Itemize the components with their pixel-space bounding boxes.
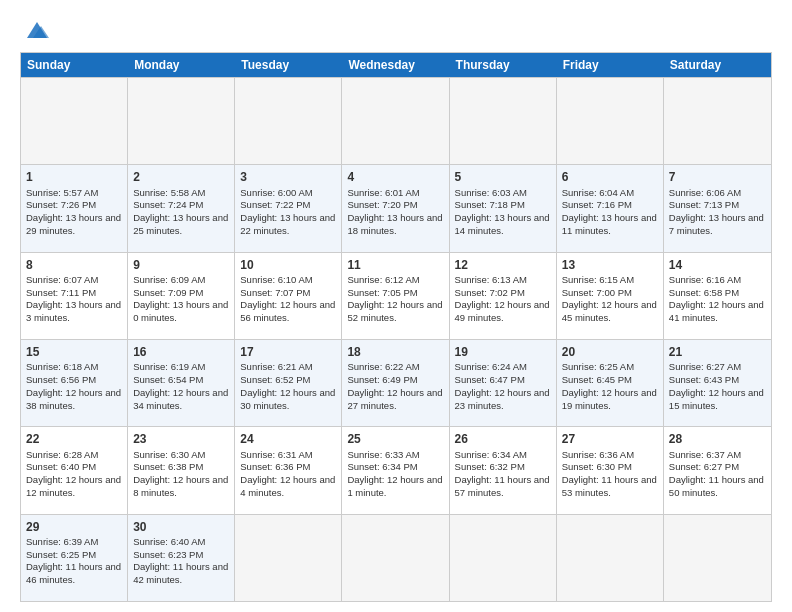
header [20, 16, 772, 44]
sunrise-text: Sunrise: 6:34 AM [455, 449, 527, 460]
calendar-week-row: 8Sunrise: 6:07 AMSunset: 7:11 PMDaylight… [21, 252, 771, 339]
day-number: 13 [562, 257, 658, 273]
sunset-text: Sunset: 6:38 PM [133, 461, 203, 472]
daylight-text: Daylight: 12 hours and 41 minutes. [669, 299, 764, 323]
calendar-day-cell: 15Sunrise: 6:18 AMSunset: 6:56 PMDayligh… [21, 340, 128, 426]
calendar-week-row [21, 77, 771, 164]
sunset-text: Sunset: 6:32 PM [455, 461, 525, 472]
calendar-day-cell: 2Sunrise: 5:58 AMSunset: 7:24 PMDaylight… [128, 165, 235, 251]
calendar-day-cell: 10Sunrise: 6:10 AMSunset: 7:07 PMDayligh… [235, 253, 342, 339]
day-number: 17 [240, 344, 336, 360]
sunset-text: Sunset: 7:26 PM [26, 199, 96, 210]
daylight-text: Daylight: 11 hours and 57 minutes. [455, 474, 550, 498]
day-number: 28 [669, 431, 766, 447]
sunset-text: Sunset: 7:22 PM [240, 199, 310, 210]
sunrise-text: Sunrise: 6:24 AM [455, 361, 527, 372]
sunrise-text: Sunrise: 6:04 AM [562, 187, 634, 198]
sunrise-text: Sunrise: 6:22 AM [347, 361, 419, 372]
daylight-text: Daylight: 12 hours and 38 minutes. [26, 387, 121, 411]
day-number: 30 [133, 519, 229, 535]
day-number: 11 [347, 257, 443, 273]
day-number: 22 [26, 431, 122, 447]
calendar-week-row: 15Sunrise: 6:18 AMSunset: 6:56 PMDayligh… [21, 339, 771, 426]
calendar-day-cell: 12Sunrise: 6:13 AMSunset: 7:02 PMDayligh… [450, 253, 557, 339]
weekday-header: Tuesday [235, 53, 342, 77]
daylight-text: Daylight: 13 hours and 22 minutes. [240, 212, 335, 236]
day-number: 6 [562, 169, 658, 185]
daylight-text: Daylight: 12 hours and 45 minutes. [562, 299, 657, 323]
calendar-day-cell: 22Sunrise: 6:28 AMSunset: 6:40 PMDayligh… [21, 427, 128, 513]
calendar-day-cell: 25Sunrise: 6:33 AMSunset: 6:34 PMDayligh… [342, 427, 449, 513]
sunset-text: Sunset: 6:40 PM [26, 461, 96, 472]
sunrise-text: Sunrise: 6:12 AM [347, 274, 419, 285]
calendar-day-cell: 18Sunrise: 6:22 AMSunset: 6:49 PMDayligh… [342, 340, 449, 426]
sunrise-text: Sunrise: 5:57 AM [26, 187, 98, 198]
day-number: 10 [240, 257, 336, 273]
day-number: 7 [669, 169, 766, 185]
sunrise-text: Sunrise: 6:07 AM [26, 274, 98, 285]
calendar-day-cell: 23Sunrise: 6:30 AMSunset: 6:38 PMDayligh… [128, 427, 235, 513]
daylight-text: Daylight: 13 hours and 25 minutes. [133, 212, 228, 236]
daylight-text: Daylight: 12 hours and 56 minutes. [240, 299, 335, 323]
calendar-day-cell: 30Sunrise: 6:40 AMSunset: 6:23 PMDayligh… [128, 515, 235, 601]
sunrise-text: Sunrise: 6:03 AM [455, 187, 527, 198]
sunset-text: Sunset: 7:02 PM [455, 287, 525, 298]
day-number: 26 [455, 431, 551, 447]
calendar-day-cell: 9Sunrise: 6:09 AMSunset: 7:09 PMDaylight… [128, 253, 235, 339]
sunset-text: Sunset: 6:47 PM [455, 374, 525, 385]
sunset-text: Sunset: 7:11 PM [26, 287, 96, 298]
sunrise-text: Sunrise: 5:58 AM [133, 187, 205, 198]
calendar-week-row: 1Sunrise: 5:57 AMSunset: 7:26 PMDaylight… [21, 164, 771, 251]
daylight-text: Daylight: 13 hours and 18 minutes. [347, 212, 442, 236]
daylight-text: Daylight: 12 hours and 23 minutes. [455, 387, 550, 411]
calendar-day-cell: 13Sunrise: 6:15 AMSunset: 7:00 PMDayligh… [557, 253, 664, 339]
daylight-text: Daylight: 13 hours and 3 minutes. [26, 299, 121, 323]
weekday-header: Saturday [664, 53, 771, 77]
sunset-text: Sunset: 6:23 PM [133, 549, 203, 560]
calendar-day-cell: 5Sunrise: 6:03 AMSunset: 7:18 PMDaylight… [450, 165, 557, 251]
daylight-text: Daylight: 13 hours and 11 minutes. [562, 212, 657, 236]
calendar-day-cell: 27Sunrise: 6:36 AMSunset: 6:30 PMDayligh… [557, 427, 664, 513]
calendar-empty-cell [557, 78, 664, 164]
calendar-day-cell: 1Sunrise: 5:57 AMSunset: 7:26 PMDaylight… [21, 165, 128, 251]
sunrise-text: Sunrise: 6:10 AM [240, 274, 312, 285]
daylight-text: Daylight: 12 hours and 4 minutes. [240, 474, 335, 498]
calendar-day-cell: 8Sunrise: 6:07 AMSunset: 7:11 PMDaylight… [21, 253, 128, 339]
sunset-text: Sunset: 6:34 PM [347, 461, 417, 472]
sunrise-text: Sunrise: 6:06 AM [669, 187, 741, 198]
daylight-text: Daylight: 13 hours and 7 minutes. [669, 212, 764, 236]
sunset-text: Sunset: 7:13 PM [669, 199, 739, 210]
calendar-week-row: 29Sunrise: 6:39 AMSunset: 6:25 PMDayligh… [21, 514, 771, 601]
daylight-text: Daylight: 11 hours and 46 minutes. [26, 561, 121, 585]
weekday-header: Wednesday [342, 53, 449, 77]
calendar-empty-cell [235, 78, 342, 164]
sunset-text: Sunset: 7:09 PM [133, 287, 203, 298]
sunrise-text: Sunrise: 6:40 AM [133, 536, 205, 547]
weekday-header: Friday [557, 53, 664, 77]
day-number: 8 [26, 257, 122, 273]
daylight-text: Daylight: 13 hours and 14 minutes. [455, 212, 550, 236]
sunset-text: Sunset: 6:36 PM [240, 461, 310, 472]
calendar-day-cell: 26Sunrise: 6:34 AMSunset: 6:32 PMDayligh… [450, 427, 557, 513]
daylight-text: Daylight: 13 hours and 0 minutes. [133, 299, 228, 323]
sunset-text: Sunset: 6:49 PM [347, 374, 417, 385]
calendar-day-cell: 28Sunrise: 6:37 AMSunset: 6:27 PMDayligh… [664, 427, 771, 513]
sunrise-text: Sunrise: 6:01 AM [347, 187, 419, 198]
day-number: 12 [455, 257, 551, 273]
sunrise-text: Sunrise: 6:09 AM [133, 274, 205, 285]
day-number: 18 [347, 344, 443, 360]
day-number: 19 [455, 344, 551, 360]
calendar-body: 1Sunrise: 5:57 AMSunset: 7:26 PMDaylight… [21, 77, 771, 601]
sunrise-text: Sunrise: 6:31 AM [240, 449, 312, 460]
sunrise-text: Sunrise: 6:13 AM [455, 274, 527, 285]
daylight-text: Daylight: 12 hours and 8 minutes. [133, 474, 228, 498]
calendar-empty-cell [128, 78, 235, 164]
sunrise-text: Sunrise: 6:28 AM [26, 449, 98, 460]
calendar-empty-cell [235, 515, 342, 601]
day-number: 16 [133, 344, 229, 360]
day-number: 9 [133, 257, 229, 273]
sunrise-text: Sunrise: 6:19 AM [133, 361, 205, 372]
sunrise-text: Sunrise: 6:15 AM [562, 274, 634, 285]
calendar-week-row: 22Sunrise: 6:28 AMSunset: 6:40 PMDayligh… [21, 426, 771, 513]
calendar-empty-cell [450, 515, 557, 601]
